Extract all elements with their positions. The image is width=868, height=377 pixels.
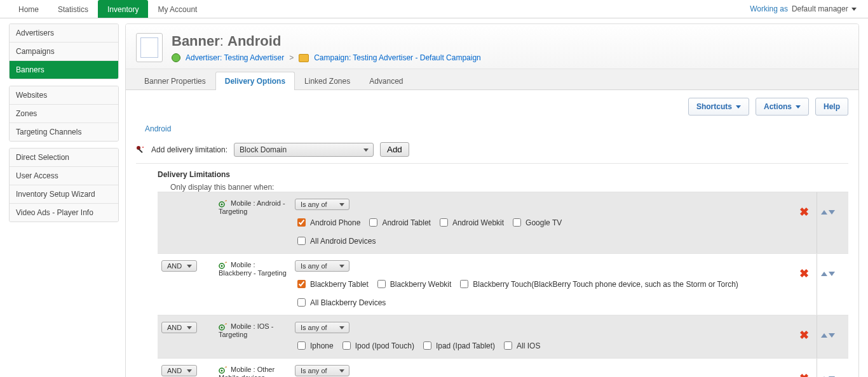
- subtab-delivery-options[interactable]: Delivery Options: [215, 72, 295, 90]
- option-blackberry-webkit[interactable]: Blackberry Webkit: [375, 278, 451, 290]
- rule-order-cell: [817, 315, 848, 358]
- sidebar-item-zones[interactable]: Zones: [10, 105, 118, 123]
- option-all-blackberry-devices[interactable]: All Blackberry Devices: [295, 296, 386, 308]
- top-tab-my-account[interactable]: My Account: [148, 0, 207, 18]
- option-label: Ipod (Ipod Touch): [355, 341, 414, 350]
- sidebar-item-inventory-setup-wizard[interactable]: Inventory Setup Wizard: [10, 185, 118, 204]
- top-tabs: HomeStatisticsInventoryMy Account: [0, 0, 207, 18]
- move-down-button[interactable]: [829, 333, 835, 338]
- delete-rule-button[interactable]: ✖: [799, 206, 809, 218]
- crumb-campaign[interactable]: Campaign: Testing Advertiser - Default C…: [314, 53, 481, 62]
- add-limit-label: Add delivery limitation:: [151, 145, 227, 154]
- sidebar-item-advertisers[interactable]: Advertisers: [10, 24, 118, 43]
- option-ipad-ipad-tablet-[interactable]: Ipad (Ipad Tablet): [421, 340, 495, 352]
- move-down-button[interactable]: [829, 210, 835, 215]
- top-right: Working as Default manager: [750, 0, 868, 18]
- move-up-button[interactable]: [821, 210, 827, 215]
- manager-dropdown[interactable]: Default manager: [792, 4, 857, 13]
- sidebar-item-direct-selection[interactable]: Direct Selection: [10, 149, 118, 167]
- title-name: Android: [227, 33, 281, 49]
- rule-select[interactable]: AND: [161, 260, 197, 272]
- option-label: Iphone: [310, 341, 334, 350]
- sidebar-item-banners[interactable]: Banners: [10, 61, 118, 79]
- manager-label: Default manager: [792, 4, 848, 13]
- sidebar-item-campaigns[interactable]: Campaigns: [10, 43, 118, 61]
- svg-point-8: [221, 327, 223, 329]
- top-tab-inventory[interactable]: Inventory: [98, 0, 148, 18]
- checkbox[interactable]: [297, 341, 306, 350]
- rule-select[interactable]: Is any of: [295, 199, 349, 210]
- banner-link[interactable]: Android: [145, 124, 171, 133]
- checkbox[interactable]: [297, 237, 306, 245]
- crumb-advertiser[interactable]: Advertiser: Testing Advertiser: [186, 53, 284, 62]
- rule-logic-cell: AND: [158, 254, 215, 315]
- move-down-button[interactable]: [829, 272, 835, 276]
- page-header: Banner: Android Advertiser: Testing Adve…: [126, 24, 858, 69]
- add-limitation-row: Add delivery limitation: Block Domain Ad…: [136, 142, 848, 164]
- option-android-webkit[interactable]: Android Webkit: [437, 216, 504, 228]
- actions-label: Actions: [764, 102, 792, 111]
- option-label: Google TV: [526, 218, 562, 227]
- checkbox[interactable]: [297, 298, 306, 307]
- checkbox[interactable]: [423, 341, 431, 350]
- option-ipod-ipod-touch-[interactable]: Ipod (Ipod Touch): [340, 340, 414, 352]
- chevron-down-icon: [851, 8, 857, 11]
- option-blackberry-touch-blackberry-touch-phone-device-such-as-the-storm-or-torch-[interactable]: Blackberry Touch(BlackBerry Touch phone …: [458, 278, 738, 290]
- help-button[interactable]: Help: [815, 98, 848, 116]
- delete-rule-button[interactable]: ✖: [799, 268, 809, 279]
- option-label: All Blackberry Devices: [310, 298, 386, 307]
- option-android-tablet[interactable]: Android Tablet: [367, 216, 431, 228]
- working-as-link[interactable]: Working as: [750, 4, 788, 13]
- sidebar-group: AdvertisersCampaignsBanners: [9, 23, 119, 79]
- rule-select[interactable]: AND: [161, 322, 197, 333]
- checkbox[interactable]: [440, 218, 448, 227]
- rule-select[interactable]: Is any of: [295, 322, 349, 333]
- sidebar-item-targeting-channels[interactable]: Targeting Channels: [10, 123, 118, 141]
- rule-select[interactable]: Is any of: [295, 365, 349, 376]
- subtab-linked-zones[interactable]: Linked Zones: [295, 72, 360, 90]
- top-tab-statistics[interactable]: Statistics: [48, 0, 98, 18]
- sidebar-item-websites[interactable]: Websites: [10, 86, 118, 105]
- subtab-advanced[interactable]: Advanced: [360, 72, 412, 90]
- option-label: All IOS: [517, 341, 540, 350]
- checkbox[interactable]: [513, 218, 521, 227]
- checkbox[interactable]: [460, 280, 468, 288]
- sidebar-group: Direct SelectionUser AccessInventory Set…: [9, 148, 119, 222]
- limitation-type-select[interactable]: Block Domain: [234, 143, 374, 157]
- option-iphone[interactable]: Iphone: [295, 340, 334, 352]
- subtabs: Banner PropertiesDelivery OptionsLinked …: [126, 69, 858, 90]
- page-title: Banner: Android: [172, 33, 481, 50]
- option-all-android-devices[interactable]: All Android Devices: [295, 235, 376, 247]
- checkbox[interactable]: [369, 218, 377, 227]
- rule-select[interactable]: AND: [161, 365, 197, 376]
- option-all-ios[interactable]: All IOS: [501, 340, 540, 352]
- shortcuts-button[interactable]: Shortcuts: [688, 98, 749, 116]
- option-android-phone[interactable]: Android Phone: [295, 216, 360, 228]
- checkbox[interactable]: [342, 341, 351, 350]
- move-up-button[interactable]: [821, 272, 827, 276]
- option-label: Blackberry Touch(BlackBerry Touch phone …: [473, 280, 738, 289]
- checkbox[interactable]: [377, 280, 386, 288]
- rule-select[interactable]: Is any of: [295, 260, 349, 272]
- shortcuts-label: Shortcuts: [696, 102, 732, 111]
- add-button[interactable]: Add: [380, 142, 409, 157]
- delete-rule-button[interactable]: ✖: [799, 373, 809, 377]
- delete-rule-button[interactable]: ✖: [799, 329, 809, 341]
- move-up-button[interactable]: [821, 333, 827, 338]
- top-tab-home[interactable]: Home: [9, 0, 48, 18]
- sidebar-item-video-ads-player-info[interactable]: Video Ads - Player Info: [10, 204, 118, 222]
- main-panel: Banner: Android Advertiser: Testing Adve…: [125, 23, 859, 377]
- checkbox[interactable]: [297, 218, 306, 227]
- option-blackberry-tablet[interactable]: Blackberry Tablet: [295, 278, 369, 290]
- subtab-banner-properties[interactable]: Banner Properties: [135, 72, 215, 90]
- sidebar-item-user-access[interactable]: User Access: [10, 167, 118, 185]
- rule-logic-cell: [158, 192, 215, 253]
- chevron-down-icon: [796, 105, 801, 109]
- action-row: Shortcuts Actions Help: [126, 90, 858, 123]
- checkbox[interactable]: [297, 280, 306, 288]
- actions-button[interactable]: Actions: [756, 98, 809, 116]
- checkbox[interactable]: [504, 341, 512, 350]
- rule-logic-cell: AND: [158, 315, 215, 358]
- option-google-tv[interactable]: Google TV: [510, 216, 562, 228]
- option-label: Android Webkit: [452, 218, 504, 227]
